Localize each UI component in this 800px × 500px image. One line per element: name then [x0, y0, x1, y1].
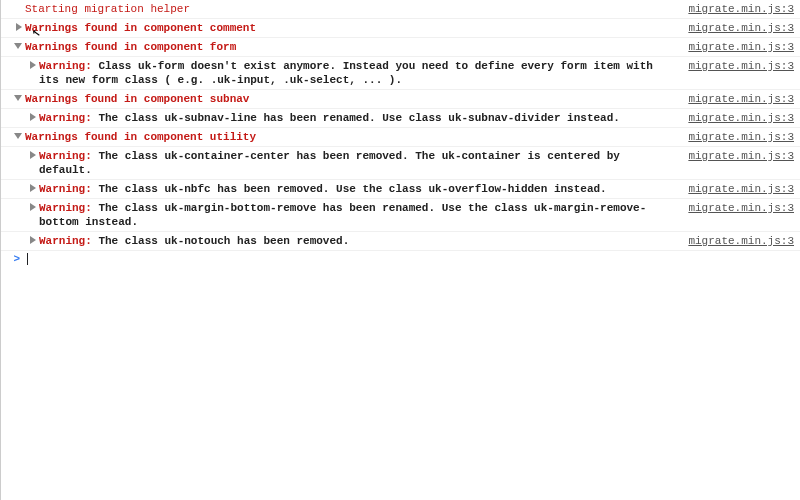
warning-prefix: Warning: — [39, 202, 92, 214]
prompt-chevron-icon: > — [1, 253, 25, 265]
warning-text: The class uk-container-center has been r… — [39, 150, 620, 176]
group-title: Warnings found in component form — [25, 40, 682, 54]
disclosure-toggle[interactable] — [1, 130, 25, 144]
warning-message: Warning: The class uk-container-center h… — [39, 149, 682, 177]
source-link[interactable]: migrate.min.js:3 — [682, 92, 794, 106]
warning-prefix: Warning: — [39, 150, 92, 162]
chevron-right-icon — [16, 23, 22, 31]
console-warning-line: Warning: The class uk-container-center h… — [1, 147, 800, 180]
console-warning-line: Warning: The class uk-margin-bottom-remo… — [1, 199, 800, 232]
warning-message: Warning: The class uk-notouch has been r… — [39, 234, 682, 248]
warning-message: Warning: The class uk-nbfc has been remo… — [39, 182, 682, 196]
source-link[interactable]: migrate.min.js:3 — [682, 201, 794, 215]
console-warning-line: Warning: The class uk-notouch has been r… — [1, 232, 800, 251]
warning-message: Warning: The class uk-subnav-line has be… — [39, 111, 682, 125]
group-title: Warnings found in component comment — [25, 21, 682, 35]
source-link[interactable]: migrate.min.js:3 — [682, 21, 794, 35]
disclosure-toggle[interactable] — [1, 182, 39, 196]
chevron-right-icon — [30, 203, 36, 211]
disclosure-toggle[interactable] — [1, 59, 39, 73]
disclosure-toggle[interactable] — [1, 40, 25, 54]
chevron-down-icon — [14, 95, 22, 101]
source-link[interactable]: migrate.min.js:3 — [682, 234, 794, 248]
disclosure-toggle[interactable] — [1, 234, 39, 248]
warning-prefix: Warning: — [39, 60, 92, 72]
disclosure-toggle[interactable] — [1, 149, 39, 163]
chevron-right-icon — [30, 113, 36, 121]
console-group-header[interactable]: Warnings found in component subnav migra… — [1, 90, 800, 109]
console-log-line: Starting migration helper migrate.min.js… — [1, 0, 800, 19]
disclosure-toggle[interactable] — [1, 111, 39, 125]
warning-text: The class uk-notouch has been removed. — [98, 235, 349, 247]
warning-text: The class uk-subnav-line has been rename… — [98, 112, 620, 124]
disclosure-toggle[interactable] — [1, 92, 25, 106]
chevron-right-icon — [30, 236, 36, 244]
chevron-down-icon — [14, 133, 22, 139]
source-link[interactable]: migrate.min.js:3 — [682, 111, 794, 125]
console-group-header[interactable]: Warnings found in component utility migr… — [1, 128, 800, 147]
chevron-right-icon — [30, 184, 36, 192]
console-input-row[interactable]: > — [1, 251, 800, 267]
warning-message: Warning: Class uk-form doesn't exist any… — [39, 59, 682, 87]
console-warning-line: Warning: The class uk-subnav-line has be… — [1, 109, 800, 128]
warning-text: Class uk-form doesn't exist anymore. Ins… — [39, 60, 653, 86]
console-group-header[interactable]: Warnings found in component comment migr… — [1, 19, 800, 38]
warning-prefix: Warning: — [39, 112, 92, 124]
chevron-right-icon — [30, 61, 36, 69]
text-caret — [27, 253, 28, 265]
disclosure-toggle[interactable] — [1, 21, 25, 35]
source-link[interactable]: migrate.min.js:3 — [682, 59, 794, 73]
console-group-header[interactable]: Warnings found in component form migrate… — [1, 38, 800, 57]
source-link[interactable]: migrate.min.js:3 — [682, 2, 794, 16]
source-link[interactable]: migrate.min.js:3 — [682, 130, 794, 144]
source-link[interactable]: migrate.min.js:3 — [682, 149, 794, 163]
console-panel: ↖ Starting migration helper migrate.min.… — [0, 0, 800, 500]
disclosure-toggle[interactable] — [1, 201, 39, 215]
source-link[interactable]: migrate.min.js:3 — [682, 40, 794, 54]
warning-text: The class uk-margin-bottom-remove has be… — [39, 202, 646, 228]
warning-prefix: Warning: — [39, 183, 92, 195]
console-warning-line: Warning: Class uk-form doesn't exist any… — [1, 57, 800, 90]
source-link[interactable]: migrate.min.js:3 — [682, 182, 794, 196]
group-title: Warnings found in component subnav — [25, 92, 682, 106]
warning-message: Warning: The class uk-margin-bottom-remo… — [39, 201, 682, 229]
group-title: Warnings found in component utility — [25, 130, 682, 144]
warning-prefix: Warning: — [39, 235, 92, 247]
console-warning-line: Warning: The class uk-nbfc has been remo… — [1, 180, 800, 199]
chevron-down-icon — [14, 43, 22, 49]
chevron-right-icon — [30, 151, 36, 159]
log-message: Starting migration helper — [25, 2, 682, 16]
warning-text: The class uk-nbfc has been removed. Use … — [98, 183, 606, 195]
